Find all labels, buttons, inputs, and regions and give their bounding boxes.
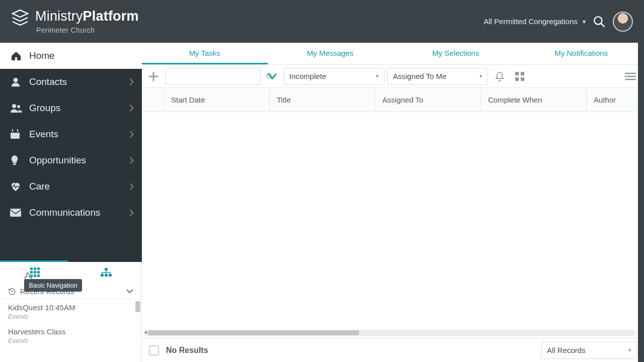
sidebar-item-contacts[interactable]: Contacts [0, 69, 142, 95]
grid-view-button[interactable] [511, 68, 528, 85]
assigned-value: Assigned To Me [393, 72, 446, 80]
recent-item-title: KidsQuest 10:45AM [8, 303, 133, 312]
person-icon [10, 76, 22, 87]
svg-rect-15 [30, 271, 33, 274]
congregation-select[interactable]: All Permitted Congregations ▾ [484, 17, 586, 26]
sidebar-item-home[interactable]: Home [0, 43, 142, 69]
sidebar-item-label: Contacts [29, 76, 67, 87]
column-start-date[interactable]: Start Date [164, 88, 270, 112]
brand: MinistryPlatform Perimeter Church [11, 9, 139, 34]
svg-marker-0 [13, 10, 28, 17]
scrollbar-thumb[interactable] [135, 301, 140, 312]
sidebar-item-communications[interactable]: Communications [0, 200, 142, 226]
brand-subtitle: Perimeter Church [35, 26, 139, 34]
recent-item-sub: Events [8, 337, 133, 344]
sidebar-item-label: Groups [29, 103, 60, 114]
tab-label: My Selections [432, 49, 479, 57]
brand-title: MinistryPlatform [35, 9, 139, 24]
sidebar-item-groups[interactable]: Groups [0, 95, 142, 121]
tab-my-selections[interactable]: My Selections [393, 43, 519, 64]
sidebar-item-label: Communications [29, 207, 101, 218]
tab-label: My Messages [307, 49, 354, 57]
column-title[interactable]: Title [270, 88, 375, 112]
svg-point-4 [12, 104, 16, 108]
status-select[interactable]: Incomplete ▾ [284, 68, 384, 85]
envelope-icon [10, 209, 22, 217]
search-input-wrap [165, 68, 261, 85]
scroll-left-icon[interactable]: ◄ [143, 329, 148, 335]
svg-rect-11 [10, 209, 21, 217]
tree-nav-button[interactable] [101, 268, 112, 277]
chevron-down-icon: ▾ [376, 73, 379, 79]
grid-nav-button[interactable] [30, 267, 40, 278]
chevron-down-icon [126, 289, 133, 294]
svg-rect-16 [34, 271, 36, 274]
people-icon [10, 103, 22, 113]
logo-icon [11, 9, 29, 29]
select-all-checkbox[interactable] [149, 345, 159, 355]
tab-my-notifications[interactable]: My Notifications [519, 43, 645, 64]
sidebar-item-events[interactable]: Events [0, 121, 142, 147]
column-assigned-to[interactable]: Assigned To [375, 88, 481, 112]
sidebar-item-label: Opportunities [29, 155, 86, 166]
history-icon [8, 288, 16, 296]
app-header: MinistryPlatform Perimeter Church All Pe… [0, 0, 644, 43]
chevron-right-icon [129, 105, 134, 112]
calendar-icon [10, 129, 22, 139]
chevron-right-icon [129, 183, 134, 190]
filter-dropdown-button[interactable] [264, 68, 281, 85]
more-menu-button[interactable] [622, 68, 639, 85]
column-complete-when[interactable]: Complete When [481, 88, 587, 112]
svg-rect-20 [37, 275, 40, 277]
add-button[interactable] [145, 68, 162, 85]
svg-rect-7 [11, 131, 20, 133]
svg-rect-22 [101, 274, 104, 277]
svg-rect-19 [34, 275, 36, 277]
tab-my-tasks[interactable]: My Tasks [142, 43, 268, 64]
svg-rect-27 [515, 72, 519, 75]
global-search-button[interactable] [593, 15, 606, 28]
chevron-down-icon: ▾ [628, 347, 631, 353]
tabbar: My Tasks My Messages My Selections My No… [142, 43, 644, 65]
sidebar-item-label: Home [29, 50, 55, 61]
svg-rect-9 [17, 129, 18, 132]
svg-rect-18 [30, 275, 33, 277]
recent-item[interactable]: Harvesters Class Events [0, 323, 141, 347]
horizontal-scrollbar[interactable]: ◄ ► [145, 330, 635, 336]
status-value: Incomplete [289, 72, 326, 80]
records-filter-select[interactable]: All Records ▾ [541, 342, 637, 359]
table-header: Start Date Title Assigned To Complete Wh… [142, 88, 644, 112]
svg-rect-23 [105, 274, 108, 277]
svg-rect-28 [521, 72, 524, 75]
scrollbar-thumb[interactable] [148, 330, 359, 335]
window-edge [638, 0, 644, 362]
svg-rect-30 [521, 77, 524, 81]
svg-point-3 [13, 78, 18, 82]
lightbulb-icon [10, 155, 22, 166]
user-avatar[interactable] [613, 12, 633, 32]
column-author[interactable]: Author [587, 88, 644, 112]
tab-label: My Tasks [189, 49, 220, 57]
chevron-down-icon: ▾ [583, 18, 586, 25]
sidebar: Home Contacts Groups [0, 43, 142, 362]
svg-rect-10 [13, 163, 16, 165]
svg-rect-14 [37, 267, 40, 270]
sidebar-item-care[interactable]: Care [0, 173, 142, 200]
chevron-right-icon [129, 157, 134, 164]
recent-item[interactable]: KidsQuest 10:45AM Events [0, 299, 141, 323]
home-icon [10, 50, 22, 61]
sidebar-item-opportunities[interactable]: Opportunities [0, 147, 142, 173]
tab-my-messages[interactable]: My Messages [268, 43, 393, 64]
recent-item-sub: Events [8, 313, 133, 320]
svg-rect-24 [109, 274, 112, 277]
table-footer: No Results All Records ▾ [142, 338, 644, 362]
column-checkbox[interactable] [142, 88, 164, 112]
notifications-button[interactable] [491, 68, 508, 85]
records-filter-value: All Records [547, 346, 586, 354]
chevron-right-icon [129, 78, 134, 85]
heart-icon [10, 182, 22, 192]
svg-line-2 [601, 23, 604, 26]
svg-rect-12 [30, 267, 33, 270]
search-input[interactable] [166, 72, 262, 80]
assigned-select[interactable]: Assigned To Me ▾ [387, 68, 488, 85]
